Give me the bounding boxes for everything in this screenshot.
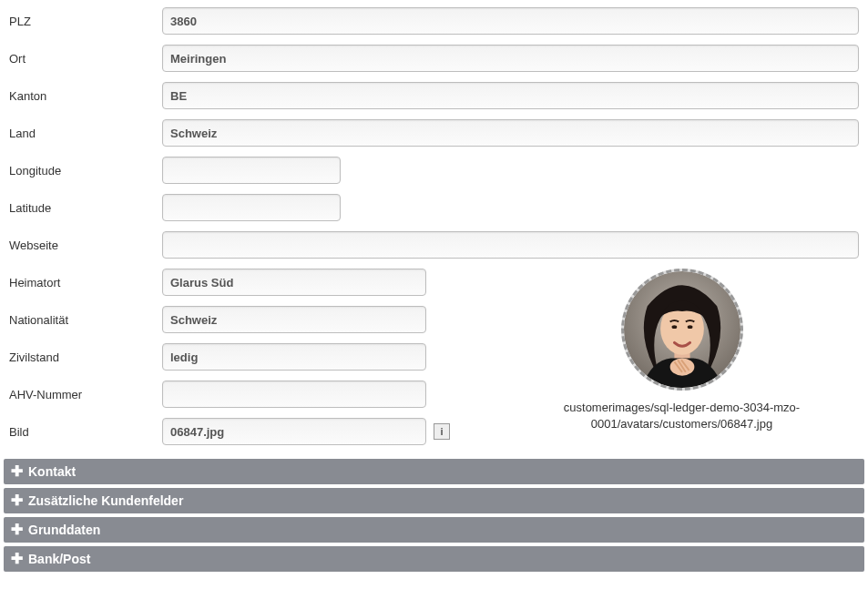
input-bild[interactable]	[162, 418, 426, 445]
svg-point-5	[687, 325, 692, 329]
input-ort[interactable]	[162, 45, 859, 72]
accordion-kontakt[interactable]: ✚ Kontakt	[4, 459, 864, 484]
label-zivilstand: Zivilstand	[9, 350, 162, 364]
label-longitude: Longitude	[9, 164, 162, 178]
accordion-grunddaten[interactable]: ✚ Grunddaten	[4, 517, 864, 543]
plus-icon: ✚	[11, 493, 23, 508]
input-longitude[interactable]	[162, 157, 341, 184]
label-latitude: Latitude	[9, 201, 162, 215]
label-ahv: AHV-Nummer	[9, 388, 162, 401]
plus-icon: ✚	[11, 523, 23, 537]
input-ahv-nummer[interactable]	[162, 381, 426, 408]
label-webseite: Webseite	[9, 239, 162, 252]
label-bild: Bild	[9, 425, 162, 439]
label-nationalitaet: Nationalität	[9, 313, 162, 327]
label-land: Land	[9, 127, 162, 140]
input-kanton[interactable]	[162, 82, 859, 109]
accordion-grunddaten-label: Grunddaten	[28, 523, 100, 537]
accordion-extra-fields-label: Zusätzliche Kundenfelder	[28, 493, 183, 508]
svg-point-4	[671, 325, 677, 329]
input-zivilstand[interactable]	[162, 343, 426, 371]
accordion-bank-post-label: Bank/Post	[28, 552, 90, 566]
accordion-extra-fields[interactable]: ✚ Zusätzliche Kundenfelder	[4, 488, 864, 513]
input-land[interactable]	[162, 119, 859, 147]
input-nationalitaet[interactable]	[162, 306, 426, 333]
accordion-kontakt-label: Kontakt	[28, 464, 76, 479]
label-heimatort: Heimatort	[9, 276, 162, 289]
plus-icon: ✚	[11, 552, 23, 566]
input-plz[interactable]	[162, 7, 859, 35]
avatar	[621, 269, 743, 391]
accordion-bank-post[interactable]: ✚ Bank/Post	[4, 546, 864, 572]
label-kanton: Kanton	[9, 89, 162, 103]
input-latitude[interactable]	[162, 194, 341, 221]
avatar-path-caption: customerimages/sql-ledger-demo-3034-mzo-…	[518, 400, 846, 432]
plus-icon: ✚	[11, 464, 23, 479]
label-ort: Ort	[9, 52, 162, 66]
label-plz: PLZ	[9, 15, 162, 28]
input-webseite[interactable]	[162, 231, 859, 259]
input-heimatort[interactable]	[162, 269, 426, 296]
info-icon[interactable]: i	[434, 423, 450, 440]
